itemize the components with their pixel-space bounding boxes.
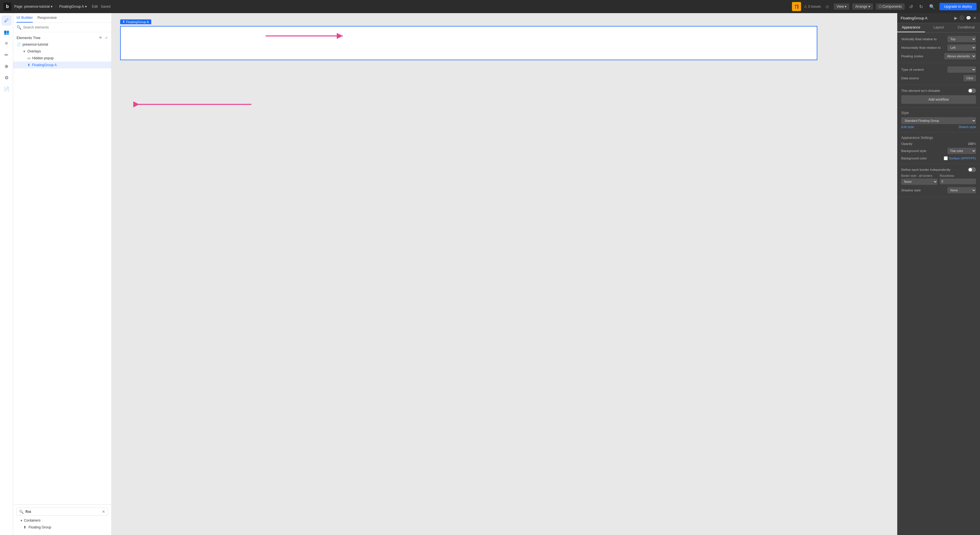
element-selector[interactable]: FloatingGroup A ▾: [59, 5, 87, 8]
not-clickable-label: This element isn't clickable: [901, 89, 968, 92]
tab-layout[interactable]: Layout: [925, 23, 953, 32]
redo-btn[interactable]: ↻: [918, 3, 924, 11]
roundness-col: Roundness: [940, 174, 976, 185]
tab-responsive[interactable]: Responsive: [37, 15, 57, 22]
right-panel: FloatingGroup A ▶ ⓘ 💬 ✕ Appearance Layou…: [897, 13, 980, 535]
right-panel-title: FloatingGroup A: [900, 16, 928, 20]
pencil-icon-btn[interactable]: ✏: [2, 49, 12, 60]
search-elements-input[interactable]: [23, 25, 108, 29]
shadow-style-row: Shadow style None: [901, 187, 976, 193]
type-of-content-select[interactable]: [947, 67, 976, 73]
bg-color-row: Background color Surface (#FFFFFF): [901, 156, 976, 160]
border-section: Define each border independently Border …: [897, 164, 980, 197]
type-of-content-label: Type of content: [901, 68, 947, 71]
canvas-floating-group[interactable]: [120, 26, 817, 60]
docs-icon-btn[interactable]: 📄: [2, 84, 12, 94]
popup-icon: ▭: [27, 56, 30, 60]
define-border-label: Define each border independently: [901, 168, 968, 171]
close-icon[interactable]: ✕: [973, 16, 977, 20]
edit-detach-row: Edit style Detach style: [901, 125, 976, 129]
upgrade-btn[interactable]: Upgrade to deploy: [939, 3, 977, 10]
canvas-area[interactable]: ⬆ FloatingGroup A: [111, 13, 897, 535]
left-icon-sidebar: 🖊 👥 ≡ ✏ ⊕ ⚙ 📄: [0, 13, 13, 535]
expand-icon[interactable]: ⤢: [105, 36, 108, 40]
horizontally-float-label: Horizontally float relative to: [901, 46, 947, 49]
cursor-tool-btn[interactable]: ⊹: [824, 3, 831, 11]
info-icon[interactable]: ⓘ: [960, 15, 964, 21]
roundness-input[interactable]: [940, 179, 976, 184]
issues-count: 0 issues: [808, 5, 821, 8]
tree-page-item[interactable]: 📄 presence-tutorial: [13, 41, 111, 48]
bg-style-select[interactable]: Flat color: [947, 148, 976, 154]
vertically-float-value: Top: [947, 36, 976, 42]
appearance-settings-title: Appearance Settings: [901, 136, 976, 140]
style-select[interactable]: Standard Floating Group: [901, 117, 976, 124]
issues-indicator[interactable]: ⚠ 0 issues: [804, 5, 821, 8]
opacity-value: 100: [968, 142, 973, 145]
warning-icon: ⚠: [804, 5, 807, 8]
horizontally-float-select[interactable]: Left: [947, 44, 976, 51]
data-icon-btn[interactable]: ≡: [2, 38, 12, 49]
search-btn[interactable]: 🔍: [928, 3, 937, 11]
topbar: b Page: presence-tutorial ▾ | FloatingGr…: [0, 0, 980, 13]
page-selector[interactable]: Page: presence-tutorial ▾: [14, 5, 52, 8]
float-settings-section: Vertically float relative to Top Horizon…: [897, 33, 980, 63]
left-panel-tabs: UI Builder Responsive: [13, 13, 111, 23]
view-btn[interactable]: View ▾: [834, 3, 849, 10]
clickable-toggle[interactable]: [968, 88, 976, 93]
users-icon-btn[interactable]: 👥: [2, 27, 12, 37]
saved-status: Saved: [101, 5, 110, 8]
floating-zindex-row: Floating zindex Above elements: [901, 53, 976, 59]
floating-group-search-result[interactable]: ⬆ Floating Group: [17, 524, 108, 531]
element-search-bar: 🔍 ✕: [17, 508, 108, 516]
bg-style-label: Background style: [901, 149, 947, 152]
floating-zindex-label: Floating zindex: [901, 54, 944, 58]
horizontally-float-row: Horizontally float relative to Left: [901, 44, 976, 51]
gift-button[interactable]: 🎁: [792, 2, 801, 11]
data-source-btn[interactable]: Click: [963, 75, 976, 81]
data-source-label: Data source: [901, 76, 963, 80]
main-layout: 🖊 👥 ≡ ✏ ⊕ ⚙ 📄 UI Builder Responsive 🔍 El…: [0, 13, 980, 535]
canvas-element-label-container: ⬆ FloatingGroup A: [120, 19, 151, 24]
separator: |: [56, 5, 56, 9]
shadow-style-select[interactable]: None: [947, 187, 976, 193]
floating-group-icon: ⬆: [27, 63, 30, 67]
components-btn[interactable]: ⬡ Components: [876, 3, 905, 10]
border-style-select[interactable]: None: [901, 179, 937, 185]
element-name: FloatingGroup A: [59, 5, 84, 8]
comment-icon[interactable]: 💬: [966, 16, 971, 20]
floating-zindex-select[interactable]: Above elements: [944, 53, 976, 59]
settings-icon-btn[interactable]: ⚙: [2, 72, 12, 83]
define-border-toggle[interactable]: [968, 167, 976, 172]
floating-group-label-icon: ⬆: [123, 20, 125, 24]
color-swatch[interactable]: [944, 156, 948, 160]
tree-floating-group-a[interactable]: ⬆ FloatingGroup A: [13, 62, 111, 68]
floating-zindex-value: Above elements: [944, 53, 976, 59]
add-workflow-btn[interactable]: Add workflow: [901, 95, 976, 104]
containers-header[interactable]: ▼ Containers: [17, 517, 108, 524]
undo-btn[interactable]: ↺: [907, 3, 915, 11]
element-search-input[interactable]: [25, 510, 100, 514]
ui-builder-icon-btn[interactable]: 🖊: [2, 15, 12, 26]
tab-conditional[interactable]: Conditional: [952, 23, 980, 32]
detach-style-btn[interactable]: Detach style: [959, 125, 976, 129]
vertically-float-select[interactable]: Top: [947, 36, 976, 42]
plugin-icon-btn[interactable]: ⊕: [2, 61, 12, 71]
tab-ui-builder[interactable]: UI Builder: [17, 15, 33, 22]
bg-color-label: Background color: [901, 157, 944, 160]
tree-overlays-group[interactable]: ▼ Overlays: [13, 48, 111, 55]
right-panel-header-icons: ▶ ⓘ 💬 ✕: [954, 15, 977, 21]
clear-search-btn[interactable]: ✕: [102, 510, 105, 514]
arrange-btn[interactable]: Arrange ▾: [852, 3, 873, 10]
components-icon: ⬡: [879, 5, 881, 8]
eye-icon[interactable]: 👁: [99, 36, 102, 40]
arrow-left-svg: [132, 97, 251, 111]
bg-color-text[interactable]: Surface (#FFFFFF): [949, 157, 976, 160]
style-section: Style Standard Floating Group Edit style…: [897, 108, 980, 132]
tree-hidden-popup[interactable]: ▭ Hidden popup: [13, 55, 111, 62]
play-icon[interactable]: ▶: [954, 16, 958, 20]
left-panel: UI Builder Responsive 🔍 Elements Tree 👁 …: [13, 13, 111, 535]
edit-style-btn[interactable]: Edit style: [901, 125, 914, 129]
tab-appearance[interactable]: Appearance: [897, 23, 925, 32]
containers-chevron: ▼: [20, 519, 23, 522]
